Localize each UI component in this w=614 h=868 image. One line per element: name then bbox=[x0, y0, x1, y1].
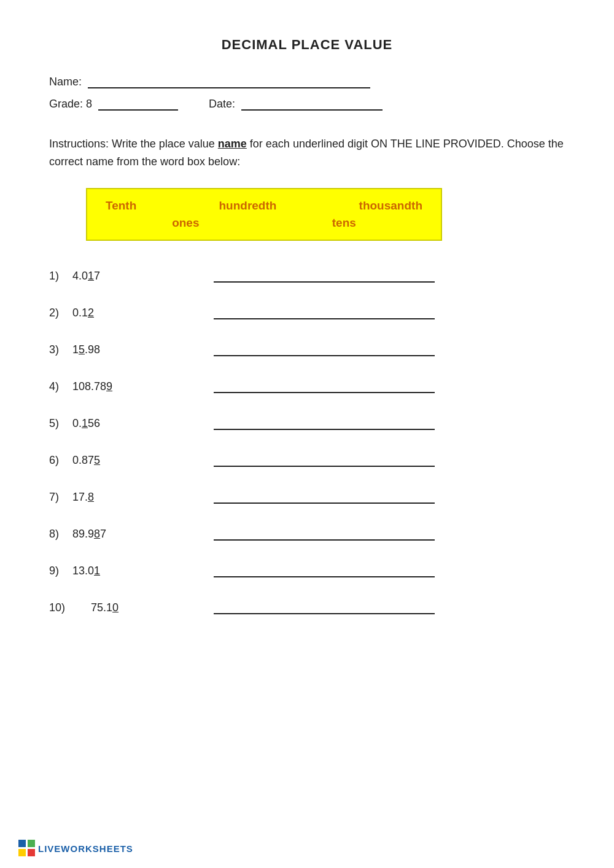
logo-square-yellow bbox=[18, 849, 26, 856]
word-ones: ones bbox=[172, 216, 199, 230]
table-row: 2) 0.12 bbox=[49, 306, 565, 319]
word-box-row1: Tenth hundredth thousandth bbox=[106, 199, 422, 213]
logo-square-green bbox=[28, 840, 35, 847]
question-number-1: 1) bbox=[49, 270, 72, 283]
word-box: Tenth hundredth thousandth ones tens bbox=[86, 188, 442, 241]
word-tens: tens bbox=[332, 216, 356, 230]
questions-section: 1) 4.017 2) 0.12 3) 15.98 4) 108.789 5) … bbox=[49, 269, 565, 614]
question-value-4: 108.789 bbox=[72, 380, 195, 393]
question-number-10: 10) bbox=[49, 601, 72, 614]
name-label: Name: bbox=[49, 76, 82, 88]
word-box-row2: ones tens bbox=[106, 216, 422, 230]
answer-line-3[interactable] bbox=[214, 343, 435, 356]
answer-line-5[interactable] bbox=[214, 416, 435, 430]
footer: LIVEWORKSHEETS bbox=[18, 840, 133, 857]
table-row: 7) 17.8 bbox=[49, 490, 565, 504]
logo-square-red bbox=[28, 849, 35, 856]
name-row: Name: bbox=[49, 75, 565, 88]
question-value-8: 89.987 bbox=[72, 528, 195, 541]
question-number-8: 8) bbox=[49, 528, 72, 541]
answer-line-9[interactable] bbox=[214, 564, 435, 577]
question-number-2: 2) bbox=[49, 307, 72, 319]
answer-line-10[interactable] bbox=[214, 601, 435, 614]
question-value-9: 13.01 bbox=[72, 565, 195, 577]
answer-line-2[interactable] bbox=[214, 306, 435, 319]
grade-label: Grade: 8 bbox=[49, 98, 92, 111]
question-value-10: 75.10 bbox=[72, 601, 195, 614]
table-row: 9) 13.01 bbox=[49, 564, 565, 577]
table-row: 4) 108.789 bbox=[49, 380, 565, 393]
answer-line-4[interactable] bbox=[214, 380, 435, 393]
question-number-6: 6) bbox=[49, 454, 72, 467]
table-row: 5) 0.156 bbox=[49, 416, 565, 430]
instructions-text-before: Instructions: Write the place value bbox=[49, 138, 218, 150]
question-value-5: 0.156 bbox=[72, 417, 195, 430]
instructions-underlined-word: name bbox=[218, 138, 247, 150]
answer-line-6[interactable] bbox=[214, 453, 435, 467]
question-value-6: 0.875 bbox=[72, 454, 195, 467]
page-title: DECIMAL PLACE VALUE bbox=[49, 37, 565, 53]
question-number-7: 7) bbox=[49, 491, 72, 504]
table-row: 3) 15.98 bbox=[49, 343, 565, 356]
name-input-line[interactable] bbox=[88, 75, 370, 88]
table-row: 8) 89.987 bbox=[49, 527, 565, 541]
table-row: 1) 4.017 bbox=[49, 269, 565, 283]
question-number-5: 5) bbox=[49, 417, 72, 430]
question-value-3: 15.98 bbox=[72, 343, 195, 356]
date-input-line[interactable] bbox=[241, 97, 383, 111]
table-row: 6) 0.875 bbox=[49, 453, 565, 467]
question-number-9: 9) bbox=[49, 565, 72, 577]
question-value-2: 0.12 bbox=[72, 307, 195, 319]
grade-date-row: Grade: 8 Date: bbox=[49, 97, 565, 111]
date-label: Date: bbox=[209, 98, 235, 111]
logo-square-blue bbox=[18, 840, 26, 847]
question-number-3: 3) bbox=[49, 343, 72, 356]
answer-line-7[interactable] bbox=[214, 490, 435, 504]
instructions: Instructions: Write the place value name… bbox=[49, 135, 565, 171]
word-hundredth: hundredth bbox=[219, 199, 276, 213]
table-row: 10) 75.10 bbox=[49, 601, 565, 614]
question-value-1: 4.017 bbox=[72, 270, 195, 283]
footer-brand-text: LIVEWORKSHEETS bbox=[38, 843, 133, 854]
word-tenth: Tenth bbox=[106, 199, 136, 213]
answer-line-8[interactable] bbox=[214, 527, 435, 541]
logo-squares bbox=[18, 840, 36, 857]
question-number-4: 4) bbox=[49, 380, 72, 393]
question-value-7: 17.8 bbox=[72, 491, 195, 504]
liveworksheets-logo: LIVEWORKSHEETS bbox=[18, 840, 133, 857]
word-thousandth: thousandth bbox=[359, 199, 422, 213]
answer-line-1[interactable] bbox=[214, 269, 435, 283]
grade-input-line[interactable] bbox=[98, 97, 178, 111]
